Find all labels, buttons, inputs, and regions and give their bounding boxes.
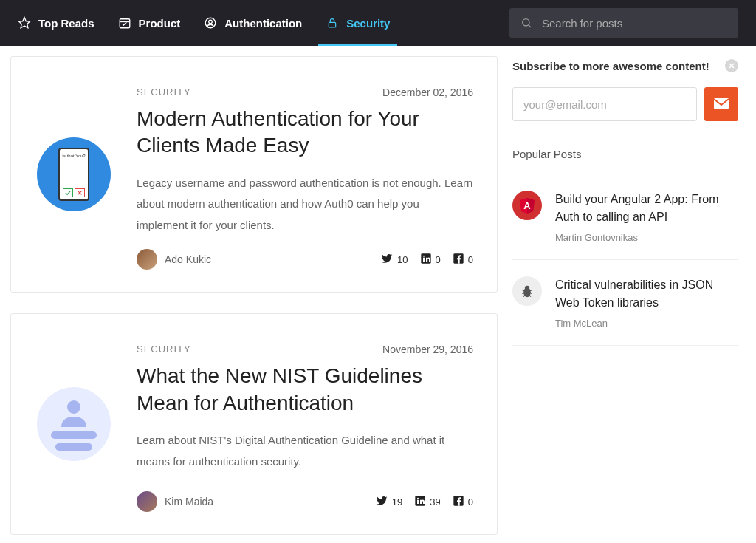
post-card: Is that You? Security December 02, 2016 …	[10, 56, 498, 293]
nav-label: Top Reads	[38, 17, 94, 30]
nav-item-product[interactable]: Product	[118, 0, 181, 46]
post-date: November 29, 2016	[382, 344, 473, 355]
facebook-icon	[453, 495, 464, 509]
nav-label: Security	[346, 17, 390, 30]
svg-rect-11	[423, 257, 425, 261]
post-title[interactable]: What the New NIST Guidelines Mean for Au…	[137, 363, 473, 417]
post-author[interactable]: Kim Maida	[137, 491, 213, 512]
share-twitter[interactable]: 10	[380, 252, 408, 267]
close-icon	[728, 59, 735, 72]
post-category[interactable]: Security	[137, 344, 191, 355]
svg-marker-0	[19, 18, 30, 28]
post-category[interactable]: Security	[137, 86, 191, 98]
author-name: Ado Kukic	[165, 253, 211, 265]
linkedin-icon	[420, 253, 432, 267]
email-input[interactable]	[512, 87, 697, 121]
svg-point-17	[417, 497, 419, 499]
popular-item-author: Tim McLean	[555, 318, 738, 329]
facebook-count: 0	[468, 496, 473, 508]
star-icon	[18, 16, 31, 30]
post-shares: 19 39 0	[375, 494, 473, 510]
facebook-icon	[453, 253, 464, 267]
svg-line-32	[529, 295, 532, 297]
close-subscribe-button[interactable]	[725, 59, 738, 72]
mail-icon	[714, 98, 729, 112]
user-circle-icon	[204, 16, 217, 30]
angular-icon: A	[512, 191, 542, 220]
post-author[interactable]: Ado Kukic	[137, 249, 211, 270]
navbar: Top Reads Product Authentication Securit…	[0, 0, 756, 46]
twitter-count: 10	[397, 254, 408, 265]
popular-post-item[interactable]: A Build your Angular 2 App: From Auth to…	[512, 174, 738, 259]
bug-icon	[512, 276, 542, 306]
svg-rect-5	[329, 22, 336, 27]
post-card: Security November 29, 2016 What the New …	[10, 313, 498, 535]
subscribe-title: Subscribe to more awesome content!	[512, 60, 709, 72]
svg-line-7	[529, 25, 531, 27]
post-excerpt: Learn about NIST's Digital Authenticatio…	[137, 430, 473, 472]
search-input[interactable]	[542, 17, 728, 30]
svg-point-4	[209, 20, 213, 24]
nav-label: Product	[139, 17, 181, 30]
posts-list: Is that You? Security December 02, 2016 …	[10, 56, 498, 535]
svg-point-6	[523, 19, 529, 26]
svg-line-29	[522, 293, 524, 294]
twitter-icon	[380, 252, 394, 267]
popular-post-item[interactable]: Critical vulnerabilities in JSON Web Tok…	[512, 259, 738, 346]
svg-point-14	[67, 400, 80, 414]
popular-item-title: Critical vulnerabilities in JSON Web Tok…	[555, 276, 738, 312]
sidebar: Subscribe to more awesome content! Popul…	[509, 56, 746, 346]
avatar	[137, 249, 157, 270]
nav-item-authentication[interactable]: Authentication	[204, 0, 302, 46]
share-facebook[interactable]: 0	[453, 495, 473, 509]
share-linkedin[interactable]: 0	[420, 253, 441, 267]
svg-text:A: A	[523, 200, 531, 211]
popular-item-title: Build your Angular 2 App: From Auth to c…	[555, 191, 738, 226]
popular-item-author: Martin Gontovnikas	[555, 232, 738, 243]
svg-point-26	[526, 286, 529, 290]
share-twitter[interactable]: 19	[375, 494, 402, 510]
svg-line-31	[523, 295, 526, 297]
nav-label: Authentication	[224, 17, 302, 30]
post-title[interactable]: Modern Authentication for Your Clients M…	[137, 106, 473, 160]
svg-rect-21	[714, 98, 729, 109]
post-date: December 02, 2016	[382, 86, 473, 98]
share-facebook[interactable]: 0	[453, 253, 473, 267]
post-excerpt: Legacy username and password authenticat…	[137, 173, 473, 236]
post-shares: 10 0 0	[380, 252, 473, 267]
avatar	[137, 491, 157, 512]
facebook-count: 0	[468, 254, 473, 265]
post-thumbnail: Is that You?	[11, 79, 137, 270]
post-thumbnail	[11, 336, 137, 512]
nav-item-top-reads[interactable]: Top Reads	[18, 0, 94, 46]
calendar-icon	[118, 16, 131, 30]
svg-rect-16	[417, 499, 419, 503]
popular-posts-title: Popular Posts	[512, 148, 738, 160]
linkedin-count: 0	[436, 254, 441, 265]
nav-item-security[interactable]: Security	[326, 0, 390, 46]
popular-posts-list: A Build your Angular 2 App: From Auth to…	[512, 174, 738, 346]
share-linkedin[interactable]: 39	[414, 495, 440, 509]
subscribe-button[interactable]	[704, 87, 738, 121]
phone-illustration-icon: Is that You?	[37, 137, 111, 211]
svg-line-30	[530, 293, 532, 294]
search-icon	[520, 16, 533, 30]
author-name: Kim Maida	[165, 496, 213, 508]
linkedin-icon	[414, 495, 426, 509]
twitter-icon	[375, 494, 388, 510]
user-placeholder-icon	[37, 387, 111, 461]
search-box[interactable]	[509, 8, 738, 38]
linkedin-count: 39	[430, 496, 440, 508]
main-layout: Is that You? Security December 02, 2016 …	[0, 46, 756, 543]
lock-icon	[326, 16, 339, 30]
twitter-count: 19	[392, 496, 402, 508]
svg-point-12	[423, 255, 425, 256]
